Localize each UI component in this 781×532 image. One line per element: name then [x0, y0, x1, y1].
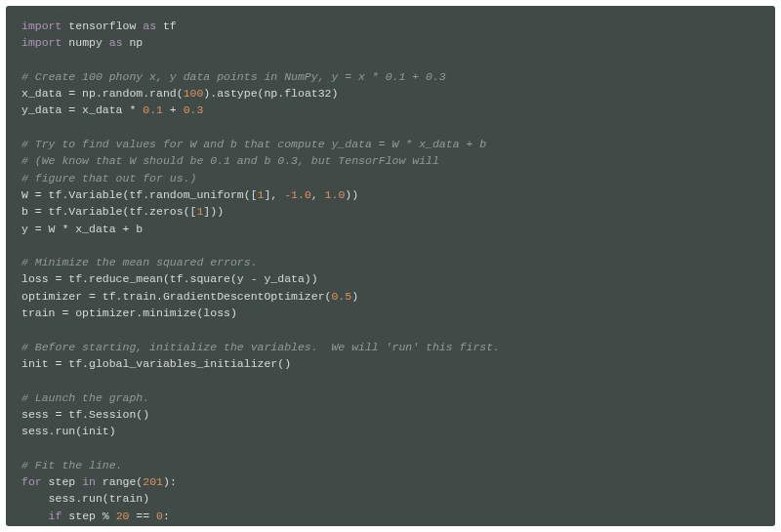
comment: # figure that out for us.) — [21, 172, 196, 184]
token-pn: sess.run(train) — [21, 492, 149, 505]
comment: # Launch the graph. — [21, 391, 149, 404]
token-pn: ): — [163, 475, 177, 488]
token-pn: np — [123, 36, 144, 49]
code-line: sess = tf.Session() — [21, 406, 760, 423]
code-line — [21, 119, 760, 136]
code-line: y = W * x_data + b — [21, 221, 760, 237]
token-num: 201 — [143, 475, 163, 488]
token-pn: tensorflow — [62, 20, 143, 32]
token-pn: step % — [62, 510, 115, 522]
token-kw: import — [21, 36, 62, 49]
code-line: # Launch the graph. — [21, 389, 760, 406]
token-num: -1.0 — [284, 188, 311, 201]
token-pn: loss = tf.reduce_mean(tf.square(y - y_da… — [21, 272, 318, 285]
code-line — [21, 372, 760, 389]
token-pn: sess.run(init) — [21, 425, 116, 437]
code-line — [21, 439, 760, 456]
code-line — [21, 52, 760, 68]
comment: # Before starting, initialize the variab… — [21, 341, 500, 353]
token-num: 100 — [184, 87, 204, 100]
code-line: if step % 20 == 0: — [21, 508, 760, 524]
code-line: # Minimize the mean squared errors. — [21, 254, 760, 270]
comment: # Try to find values for W and b that co… — [21, 138, 486, 150]
code-line: print(step, sess.run(W), sess.run(b)) — [21, 524, 760, 526]
token-pn: b = tf.Variable(tf.zeros([ — [21, 205, 196, 218]
token-pn: , — [311, 188, 325, 201]
token-pn: y = W * x_data + b — [21, 223, 143, 235]
token-num: 0 — [156, 510, 163, 522]
token-pn: init = tf.global_variables_initializer() — [21, 357, 291, 370]
code-line: sess.run(train) — [21, 490, 760, 507]
token-num: 0.5 — [331, 290, 351, 303]
code-line — [21, 321, 760, 338]
code-line: # Create 100 phony x, y data points in N… — [21, 68, 760, 85]
token-kw: as — [109, 36, 123, 49]
comment: # Fit the line. — [21, 459, 123, 471]
code-line: y_data = x_data * 0.1 + 0.3 — [21, 102, 760, 118]
token-kw: import — [21, 20, 62, 32]
token-pn: tf — [156, 20, 177, 32]
code-line: # Fit the line. — [21, 457, 760, 473]
token-pn: )) — [345, 188, 358, 201]
token-pn: x_data = np.random.rand( — [21, 87, 184, 100]
comment: # Create 100 phony x, y data points in N… — [21, 70, 446, 83]
token-pn: y_data = x_data * — [21, 103, 143, 116]
code-line: # Try to find values for W and b that co… — [21, 136, 760, 152]
token-pn: ], — [264, 188, 284, 201]
code-line: # Before starting, initialize the variab… — [21, 339, 760, 355]
code-line: # (We know that W should be 0.1 and b 0.… — [21, 152, 760, 169]
token-pn: ) — [351, 290, 358, 303]
token-pn: ).astype(np.float32) — [203, 87, 338, 100]
comment: # (We know that W should be 0.1 and b 0.… — [21, 154, 439, 167]
token-pn: step — [42, 475, 82, 488]
code-line: x_data = np.random.rand(100).astype(np.f… — [21, 85, 760, 102]
token-pn: ])) — [203, 205, 224, 218]
token-pn: range( — [96, 475, 143, 488]
token-kw: if — [49, 510, 62, 522]
code-line: import numpy as np — [21, 34, 760, 51]
code-line: for step in range(201): — [21, 473, 760, 490]
token-pn — [21, 510, 49, 522]
code-line: optimizer = tf.train.GradientDescentOpti… — [21, 288, 760, 305]
token-pn: W = tf.Variable(tf.random_uniform([ — [21, 188, 258, 201]
token-pn: : — [163, 510, 170, 522]
token-kw: for — [21, 475, 42, 488]
token-kw: in — [82, 475, 96, 488]
token-num: 20 — [116, 510, 130, 522]
code-line: import tensorflow as tf — [21, 18, 760, 34]
code-block: import tensorflow as tfimport numpy as n… — [6, 6, 775, 526]
token-pn: train = optimizer.minimize(loss) — [21, 307, 237, 319]
code-line: W = tf.Variable(tf.random_uniform([1], -… — [21, 186, 760, 203]
token-pn: + — [163, 103, 184, 116]
code-line: train = optimizer.minimize(loss) — [21, 305, 760, 321]
code-line: b = tf.Variable(tf.zeros([1])) — [21, 203, 760, 220]
code-line — [21, 237, 760, 254]
token-pn: == — [129, 510, 156, 522]
code-line: loss = tf.reduce_mean(tf.square(y - y_da… — [21, 270, 760, 287]
code-line: init = tf.global_variables_initializer() — [21, 355, 760, 372]
token-kw: as — [143, 20, 156, 32]
code-line: sess.run(init) — [21, 423, 760, 439]
token-pn: optimizer = tf.train.GradientDescentOpti… — [21, 290, 331, 303]
token-num: 0.1 — [143, 103, 163, 116]
token-pn: sess = tf.Session() — [21, 408, 149, 421]
comment: # Minimize the mean squared errors. — [21, 256, 258, 268]
token-num: 1.0 — [325, 188, 346, 201]
token-num: 0.3 — [184, 103, 204, 116]
token-pn: numpy — [62, 36, 108, 49]
code-line: # figure that out for us.) — [21, 170, 760, 186]
